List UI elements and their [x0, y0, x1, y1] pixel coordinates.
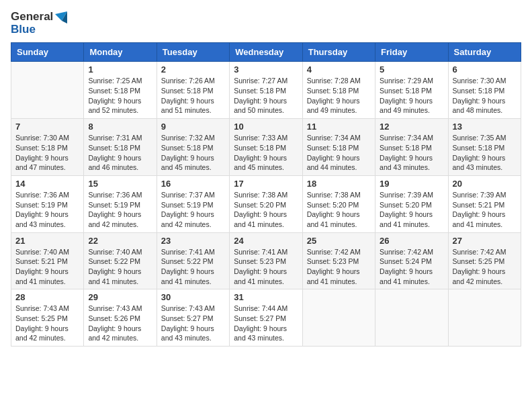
- day-number: 11: [307, 122, 371, 132]
- day-number: 15: [88, 179, 152, 189]
- day-info: Sunrise: 7:34 AMSunset: 5:18 PMDaylight:…: [307, 133, 371, 173]
- day-info: Sunrise: 7:40 AMSunset: 5:21 PMDaylight:…: [15, 247, 79, 287]
- calendar-cell: 14Sunrise: 7:36 AMSunset: 5:19 PMDayligh…: [11, 175, 84, 232]
- calendar-cell: 25Sunrise: 7:42 AMSunset: 5:23 PMDayligh…: [302, 232, 375, 289]
- day-info: Sunrise: 7:44 AMSunset: 5:27 PMDaylight:…: [234, 304, 298, 343]
- calendar-cell: 27Sunrise: 7:42 AMSunset: 5:25 PMDayligh…: [448, 232, 521, 289]
- day-number: 24: [234, 236, 298, 246]
- day-info: Sunrise: 7:27 AMSunset: 5:18 PMDaylight:…: [234, 76, 298, 116]
- weekday-header-thursday: Thursday: [302, 43, 375, 62]
- calendar-cell: 15Sunrise: 7:36 AMSunset: 5:19 PMDayligh…: [84, 175, 157, 232]
- weekday-header-monday: Monday: [84, 43, 157, 62]
- calendar-cell: 29Sunrise: 7:43 AMSunset: 5:26 PMDayligh…: [84, 289, 157, 347]
- calendar-week-2: 7Sunrise: 7:30 AMSunset: 5:18 PMDaylight…: [11, 119, 521, 176]
- day-info: Sunrise: 7:42 AMSunset: 5:23 PMDaylight:…: [307, 247, 371, 287]
- day-info: Sunrise: 7:32 AMSunset: 5:18 PMDaylight:…: [161, 133, 225, 173]
- day-number: 21: [15, 236, 79, 246]
- day-info: Sunrise: 7:29 AMSunset: 5:18 PMDaylight:…: [380, 76, 443, 116]
- day-info: Sunrise: 7:36 AMSunset: 5:19 PMDaylight:…: [15, 190, 79, 230]
- calendar-cell: 24Sunrise: 7:41 AMSunset: 5:23 PMDayligh…: [230, 232, 302, 289]
- calendar-cell: 31Sunrise: 7:44 AMSunset: 5:27 PMDayligh…: [230, 289, 302, 347]
- calendar-cell: 4Sunrise: 7:28 AMSunset: 5:18 PMDaylight…: [302, 62, 375, 119]
- day-number: 19: [380, 179, 443, 189]
- calendar-cell: 6Sunrise: 7:30 AMSunset: 5:18 PMDaylight…: [448, 62, 521, 119]
- calendar-cell: 5Sunrise: 7:29 AMSunset: 5:18 PMDaylight…: [375, 62, 448, 119]
- calendar-cell: 17Sunrise: 7:38 AMSunset: 5:20 PMDayligh…: [230, 175, 302, 232]
- day-info: Sunrise: 7:34 AMSunset: 5:18 PMDaylight:…: [380, 133, 443, 173]
- day-number: 27: [453, 236, 517, 246]
- calendar-cell: 3Sunrise: 7:27 AMSunset: 5:18 PMDaylight…: [230, 62, 302, 119]
- day-info: Sunrise: 7:40 AMSunset: 5:22 PMDaylight:…: [88, 247, 152, 287]
- day-info: Sunrise: 7:30 AMSunset: 5:18 PMDaylight:…: [453, 76, 517, 116]
- day-info: Sunrise: 7:42 AMSunset: 5:25 PMDaylight:…: [453, 247, 517, 287]
- day-number: 13: [453, 122, 517, 132]
- calendar-cell: 20Sunrise: 7:39 AMSunset: 5:21 PMDayligh…: [448, 175, 521, 232]
- calendar-cell: 8Sunrise: 7:31 AMSunset: 5:18 PMDaylight…: [84, 119, 157, 176]
- day-info: Sunrise: 7:30 AMSunset: 5:18 PMDaylight:…: [15, 133, 79, 173]
- day-info: Sunrise: 7:39 AMSunset: 5:21 PMDaylight:…: [453, 190, 517, 230]
- day-number: 29: [88, 292, 152, 302]
- day-number: 5: [380, 64, 443, 75]
- calendar-cell: 19Sunrise: 7:39 AMSunset: 5:20 PMDayligh…: [375, 175, 448, 232]
- day-number: 6: [453, 64, 517, 75]
- calendar-table: SundayMondayTuesdayWednesdayThursdayFrid…: [11, 42, 521, 347]
- day-info: Sunrise: 7:33 AMSunset: 5:18 PMDaylight:…: [234, 133, 298, 173]
- day-info: Sunrise: 7:43 AMSunset: 5:27 PMDaylight:…: [161, 304, 225, 343]
- day-info: Sunrise: 7:25 AMSunset: 5:18 PMDaylight:…: [88, 76, 152, 116]
- calendar-week-4: 21Sunrise: 7:40 AMSunset: 5:21 PMDayligh…: [11, 232, 521, 289]
- calendar-cell: 2Sunrise: 7:26 AMSunset: 5:18 PMDaylight…: [157, 62, 229, 119]
- calendar-body: 1Sunrise: 7:25 AMSunset: 5:18 PMDaylight…: [11, 62, 521, 347]
- day-number: 20: [453, 179, 517, 189]
- logo-bird-icon: [55, 11, 67, 24]
- calendar-week-1: 1Sunrise: 7:25 AMSunset: 5:18 PMDaylight…: [11, 62, 521, 119]
- day-info: Sunrise: 7:36 AMSunset: 5:19 PMDaylight:…: [88, 190, 152, 230]
- calendar-week-3: 14Sunrise: 7:36 AMSunset: 5:19 PMDayligh…: [11, 175, 521, 232]
- day-info: Sunrise: 7:26 AMSunset: 5:18 PMDaylight:…: [161, 76, 225, 116]
- day-number: 28: [15, 292, 79, 302]
- weekday-header-wednesday: Wednesday: [230, 43, 302, 62]
- day-number: 2: [161, 64, 225, 75]
- day-info: Sunrise: 7:43 AMSunset: 5:26 PMDaylight:…: [88, 304, 152, 343]
- calendar-cell: 16Sunrise: 7:37 AMSunset: 5:19 PMDayligh…: [157, 175, 229, 232]
- calendar-cell: 30Sunrise: 7:43 AMSunset: 5:27 PMDayligh…: [157, 289, 229, 347]
- day-info: Sunrise: 7:39 AMSunset: 5:20 PMDaylight:…: [380, 190, 443, 230]
- day-number: 30: [161, 292, 225, 302]
- logo-wordmark: General Blue: [11, 11, 67, 36]
- logo: General Blue: [11, 11, 67, 36]
- day-info: Sunrise: 7:42 AMSunset: 5:24 PMDaylight:…: [380, 247, 443, 287]
- day-number: 31: [234, 292, 298, 302]
- day-info: Sunrise: 7:28 AMSunset: 5:18 PMDaylight:…: [307, 76, 371, 116]
- day-info: Sunrise: 7:37 AMSunset: 5:19 PMDaylight:…: [161, 190, 225, 230]
- day-number: 22: [88, 236, 152, 246]
- day-number: 25: [307, 236, 371, 246]
- calendar-cell: 11Sunrise: 7:34 AMSunset: 5:18 PMDayligh…: [302, 119, 375, 176]
- day-number: 8: [88, 122, 152, 132]
- day-number: 26: [380, 236, 443, 246]
- day-number: 23: [161, 236, 225, 246]
- calendar-cell: 28Sunrise: 7:43 AMSunset: 5:25 PMDayligh…: [11, 289, 84, 347]
- day-info: Sunrise: 7:31 AMSunset: 5:18 PMDaylight:…: [88, 133, 152, 173]
- day-info: Sunrise: 7:38 AMSunset: 5:20 PMDaylight:…: [307, 190, 371, 230]
- page-header: General Blue: [11, 11, 521, 36]
- calendar-cell: [11, 62, 84, 119]
- day-number: 17: [234, 179, 298, 189]
- calendar-cell: 26Sunrise: 7:42 AMSunset: 5:24 PMDayligh…: [375, 232, 448, 289]
- day-number: 4: [307, 64, 371, 75]
- calendar-cell: 23Sunrise: 7:41 AMSunset: 5:22 PMDayligh…: [157, 232, 229, 289]
- calendar-week-5: 28Sunrise: 7:43 AMSunset: 5:25 PMDayligh…: [11, 289, 521, 347]
- day-info: Sunrise: 7:41 AMSunset: 5:22 PMDaylight:…: [161, 247, 225, 287]
- day-info: Sunrise: 7:43 AMSunset: 5:25 PMDaylight:…: [15, 304, 79, 343]
- weekday-header-sunday: Sunday: [11, 43, 84, 62]
- day-number: 18: [307, 179, 371, 189]
- calendar-header-row: SundayMondayTuesdayWednesdayThursdayFrid…: [11, 43, 521, 62]
- day-number: 1: [88, 64, 152, 75]
- calendar-cell: 18Sunrise: 7:38 AMSunset: 5:20 PMDayligh…: [302, 175, 375, 232]
- calendar-cell: 13Sunrise: 7:35 AMSunset: 5:18 PMDayligh…: [448, 119, 521, 176]
- calendar-cell: [448, 289, 521, 347]
- calendar-cell: [302, 289, 375, 347]
- day-info: Sunrise: 7:35 AMSunset: 5:18 PMDaylight:…: [453, 133, 517, 173]
- weekday-header-saturday: Saturday: [448, 43, 521, 62]
- day-number: 9: [161, 122, 225, 132]
- weekday-header-tuesday: Tuesday: [157, 43, 229, 62]
- calendar-cell: 12Sunrise: 7:34 AMSunset: 5:18 PMDayligh…: [375, 119, 448, 176]
